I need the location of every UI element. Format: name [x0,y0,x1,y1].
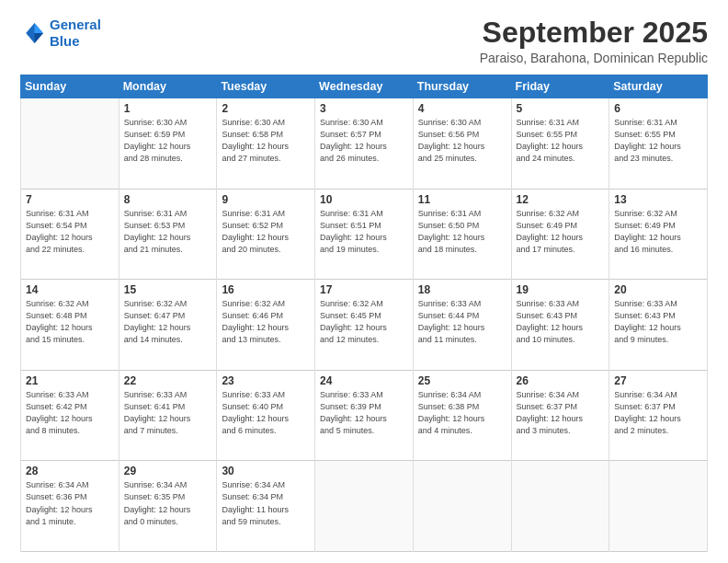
calendar-cell [413,461,511,552]
calendar-cell: 25Sunrise: 6:34 AM Sunset: 6:38 PM Dayli… [413,370,511,461]
weekday-tuesday: Tuesday [217,75,315,98]
weekday-saturday: Saturday [609,75,708,98]
day-info: Sunrise: 6:34 AM Sunset: 6:37 PM Dayligh… [614,389,703,437]
calendar-cell: 19Sunrise: 6:33 AM Sunset: 6:43 PM Dayli… [511,280,609,371]
day-number: 16 [222,283,311,296]
logo: General Blue [20,17,101,50]
calendar-body: 1Sunrise: 6:30 AM Sunset: 6:59 PM Daylig… [21,98,708,552]
day-info: Sunrise: 6:31 AM Sunset: 6:55 PM Dayligh… [614,117,703,165]
calendar-cell [315,461,414,552]
day-number: 17 [320,283,409,296]
calendar-cell: 21Sunrise: 6:33 AM Sunset: 6:42 PM Dayli… [21,370,119,461]
day-number: 1 [124,102,213,115]
day-info: Sunrise: 6:30 AM Sunset: 6:57 PM Dayligh… [320,117,409,165]
logo-text: General Blue [50,17,101,50]
calendar-cell: 17Sunrise: 6:32 AM Sunset: 6:45 PM Dayli… [315,280,414,371]
day-number: 14 [26,283,115,296]
day-info: Sunrise: 6:32 AM Sunset: 6:49 PM Dayligh… [517,208,606,256]
day-info: Sunrise: 6:32 AM Sunset: 6:47 PM Dayligh… [124,298,213,346]
calendar-cell: 20Sunrise: 6:33 AM Sunset: 6:43 PM Dayli… [609,280,708,371]
calendar-cell [21,98,119,190]
day-number: 30 [222,465,311,477]
day-number: 26 [517,374,606,387]
day-number: 15 [124,283,213,296]
day-info: Sunrise: 6:34 AM Sunset: 6:35 PM Dayligh… [124,479,213,527]
calendar-cell: 3Sunrise: 6:30 AM Sunset: 6:57 PM Daylig… [315,98,414,190]
calendar-cell: 11Sunrise: 6:31 AM Sunset: 6:50 PM Dayli… [413,189,511,280]
calendar-cell [511,461,609,552]
calendar-cell: 29Sunrise: 6:34 AM Sunset: 6:35 PM Dayli… [119,461,217,552]
day-number: 20 [614,283,703,296]
calendar-cell [609,461,708,552]
day-info: Sunrise: 6:31 AM Sunset: 6:50 PM Dayligh… [418,208,507,256]
calendar-cell: 24Sunrise: 6:33 AM Sunset: 6:39 PM Dayli… [315,370,414,461]
day-number: 2 [222,102,311,115]
calendar-cell: 26Sunrise: 6:34 AM Sunset: 6:37 PM Dayli… [511,370,609,461]
day-info: Sunrise: 6:32 AM Sunset: 6:45 PM Dayligh… [320,298,409,346]
day-info: Sunrise: 6:32 AM Sunset: 6:46 PM Dayligh… [222,298,311,346]
logo-line2: Blue [50,33,80,49]
weekday-header-row: SundayMondayTuesdayWednesdayThursdayFrid… [21,75,708,98]
day-info: Sunrise: 6:33 AM Sunset: 6:43 PM Dayligh… [517,298,606,346]
calendar-cell: 6Sunrise: 6:31 AM Sunset: 6:55 PM Daylig… [609,98,708,190]
day-info: Sunrise: 6:34 AM Sunset: 6:34 PM Dayligh… [222,479,311,527]
day-info: Sunrise: 6:33 AM Sunset: 6:40 PM Dayligh… [222,389,311,437]
day-number: 7 [26,193,115,206]
day-info: Sunrise: 6:33 AM Sunset: 6:39 PM Dayligh… [320,389,409,437]
calendar-cell: 30Sunrise: 6:34 AM Sunset: 6:34 PM Dayli… [217,461,315,552]
calendar-cell: 18Sunrise: 6:33 AM Sunset: 6:44 PM Dayli… [413,280,511,371]
day-number: 5 [517,102,606,115]
logo-icon [20,20,46,46]
calendar-cell: 23Sunrise: 6:33 AM Sunset: 6:40 PM Dayli… [217,370,315,461]
logo-line1: General [50,17,101,32]
day-number: 11 [418,193,507,206]
calendar-header: SundayMondayTuesdayWednesdayThursdayFrid… [21,75,708,98]
day-number: 28 [26,465,115,477]
day-number: 21 [26,374,115,387]
calendar-cell: 1Sunrise: 6:30 AM Sunset: 6:59 PM Daylig… [119,98,217,190]
calendar-cell: 22Sunrise: 6:33 AM Sunset: 6:41 PM Dayli… [119,370,217,461]
title-block: September 2025 Paraiso, Barahona, Domini… [480,17,708,65]
day-info: Sunrise: 6:31 AM Sunset: 6:51 PM Dayligh… [320,208,409,256]
weekday-monday: Monday [119,75,217,98]
header: General Blue September 2025 Paraiso, Bar… [20,17,708,65]
day-number: 12 [517,193,606,206]
calendar-cell: 8Sunrise: 6:31 AM Sunset: 6:53 PM Daylig… [119,189,217,280]
day-info: Sunrise: 6:31 AM Sunset: 6:55 PM Dayligh… [517,117,606,165]
calendar-cell: 14Sunrise: 6:32 AM Sunset: 6:48 PM Dayli… [21,280,119,371]
location: Paraiso, Barahona, Dominican Republic [480,51,708,65]
calendar-cell: 5Sunrise: 6:31 AM Sunset: 6:55 PM Daylig… [511,98,609,190]
calendar-cell: 9Sunrise: 6:31 AM Sunset: 6:52 PM Daylig… [217,189,315,280]
day-info: Sunrise: 6:34 AM Sunset: 6:36 PM Dayligh… [26,479,115,527]
calendar-cell: 4Sunrise: 6:30 AM Sunset: 6:56 PM Daylig… [413,98,511,190]
day-number: 10 [320,193,409,206]
calendar-cell: 10Sunrise: 6:31 AM Sunset: 6:51 PM Dayli… [315,189,414,280]
week-row-1: 7Sunrise: 6:31 AM Sunset: 6:54 PM Daylig… [21,189,708,280]
day-info: Sunrise: 6:33 AM Sunset: 6:41 PM Dayligh… [124,389,213,437]
calendar-cell: 12Sunrise: 6:32 AM Sunset: 6:49 PM Dayli… [511,189,609,280]
day-info: Sunrise: 6:30 AM Sunset: 6:59 PM Dayligh… [124,117,213,165]
weekday-wednesday: Wednesday [315,75,414,98]
week-row-4: 28Sunrise: 6:34 AM Sunset: 6:36 PM Dayli… [21,461,708,552]
day-number: 25 [418,374,507,387]
calendar-cell: 15Sunrise: 6:32 AM Sunset: 6:47 PM Dayli… [119,280,217,371]
day-number: 4 [418,102,507,115]
week-row-0: 1Sunrise: 6:30 AM Sunset: 6:59 PM Daylig… [21,98,708,190]
day-number: 27 [614,374,703,387]
week-row-2: 14Sunrise: 6:32 AM Sunset: 6:48 PM Dayli… [21,280,708,371]
day-number: 13 [614,193,703,206]
day-number: 24 [320,374,409,387]
day-info: Sunrise: 6:33 AM Sunset: 6:42 PM Dayligh… [26,389,115,437]
page: General Blue September 2025 Paraiso, Bar… [0,0,728,563]
day-info: Sunrise: 6:30 AM Sunset: 6:56 PM Dayligh… [418,117,507,165]
day-number: 6 [614,102,703,115]
day-info: Sunrise: 6:32 AM Sunset: 6:48 PM Dayligh… [26,298,115,346]
weekday-friday: Friday [511,75,609,98]
day-number: 22 [124,374,213,387]
weekday-sunday: Sunday [21,75,119,98]
day-info: Sunrise: 6:34 AM Sunset: 6:37 PM Dayligh… [517,389,606,437]
calendar-cell: 13Sunrise: 6:32 AM Sunset: 6:49 PM Dayli… [609,189,708,280]
day-info: Sunrise: 6:30 AM Sunset: 6:58 PM Dayligh… [222,117,311,165]
week-row-3: 21Sunrise: 6:33 AM Sunset: 6:42 PM Dayli… [21,370,708,461]
day-info: Sunrise: 6:32 AM Sunset: 6:49 PM Dayligh… [614,208,703,256]
